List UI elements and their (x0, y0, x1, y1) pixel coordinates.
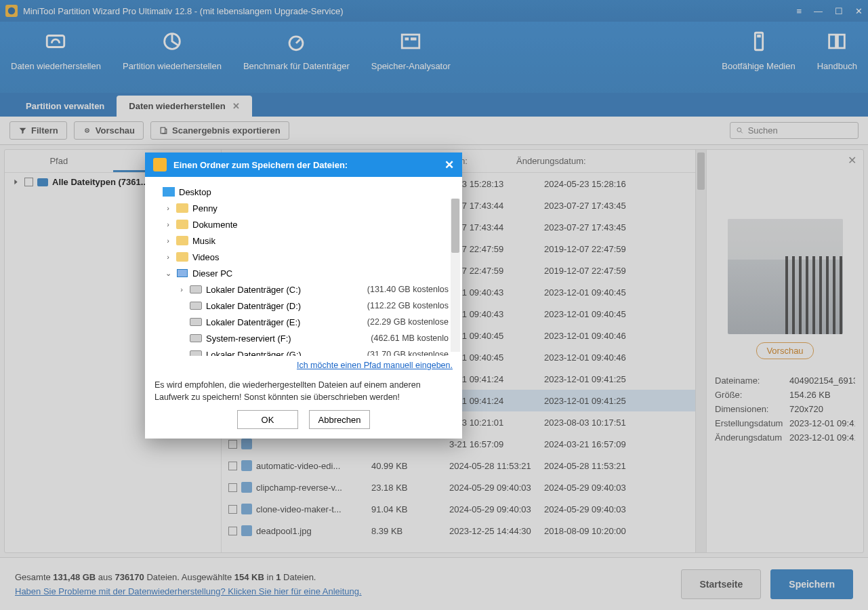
save-folder-dialog: Einen Ordner zum Speichern der Dateien: … (145, 152, 462, 439)
manual-path-link[interactable]: Ich möchte einen Pfad manuell eingeben. (297, 361, 453, 370)
tree-node[interactable]: Lokaler Datenträger (E:)(22.29 GB kosten… (145, 314, 462, 330)
tree-node[interactable]: ⌄Dieser PC (145, 265, 462, 281)
dialog-warning: Es wird empfohlen, die wiederhergestellt… (145, 377, 462, 410)
tree-node-label: Lokaler Datenträger (D:) (206, 301, 363, 311)
folder-tree: Desktop›Penny›Dokumente›Musik›Videos⌄Die… (145, 181, 462, 356)
tree-node-label: Musik (192, 236, 462, 246)
expand-icon[interactable]: › (164, 253, 172, 261)
expand-icon[interactable]: › (164, 220, 172, 228)
tree-node[interactable]: System-reserviert (F:)(462.61 MB kostenl… (145, 330, 462, 346)
tree-node-label: Dieser PC (192, 268, 462, 279)
dialog-logo (153, 158, 167, 171)
tree-node-label: Penny (192, 203, 462, 214)
tree-node-label: Lokaler Datenträger (C:) (206, 285, 363, 295)
tree-node[interactable]: ›Videos (145, 249, 462, 265)
tree-node[interactable]: ›Lokaler Datenträger (C:)(131.40 GB kost… (145, 281, 462, 298)
video-icon (176, 251, 188, 262)
user-icon (176, 203, 188, 214)
desk-icon (163, 186, 175, 197)
drv-icon (190, 284, 202, 295)
tree-scrollbar[interactable] (451, 199, 460, 352)
pc-icon (176, 268, 188, 279)
tree-node[interactable]: ›Penny (145, 200, 462, 216)
dialog-titlebar: Einen Ordner zum Speichern der Dateien: … (145, 152, 462, 177)
tree-node-label: Lokaler Datenträger (E:) (206, 317, 363, 327)
tree-node-free: (462.61 MB kostenlo (371, 333, 462, 343)
tree-node-label: Dokumente (192, 220, 462, 230)
tree-node-free: (131.40 GB kostenlos (367, 285, 462, 294)
drv-icon (190, 333, 202, 344)
doc-icon (176, 219, 188, 230)
tree-node[interactable]: ›Musik (145, 232, 462, 249)
tree-node-label: Videos (192, 252, 462, 262)
tree-node-free: (31.70 GB kostenlose (367, 350, 462, 356)
music-icon (176, 235, 188, 246)
drv-icon (190, 300, 202, 311)
tree-node[interactable]: ›Dokumente (145, 216, 462, 232)
dialog-close-icon[interactable]: ✕ (445, 158, 454, 172)
drv-icon (190, 349, 202, 356)
tree-node-label: System-reserviert (F:) (206, 333, 367, 344)
tree-node-label: Desktop (179, 187, 462, 197)
tree-node-label: Lokaler Datenträger (G:) (206, 350, 363, 357)
expand-icon[interactable]: › (178, 285, 186, 293)
expand-icon[interactable]: › (164, 237, 172, 245)
ok-button[interactable]: OK (237, 410, 298, 429)
tree-scrollbar-thumb[interactable] (451, 199, 459, 253)
expand-icon[interactable]: › (164, 204, 172, 212)
cancel-button[interactable]: Abbrechen (309, 410, 370, 429)
tree-node[interactable]: Desktop (145, 184, 462, 200)
dialog-title: Einen Ordner zum Speichern der Dateien: (173, 160, 348, 170)
tree-node-free: (22.29 GB kostenlose (367, 317, 462, 327)
expand-icon[interactable]: ⌄ (164, 269, 172, 278)
drv-icon (190, 317, 202, 327)
tree-node[interactable]: Lokaler Datenträger (G:)(31.70 GB kosten… (145, 346, 462, 356)
tree-node[interactable]: Lokaler Datenträger (D:)(112.22 GB koste… (145, 298, 462, 314)
tree-node-free: (112.22 GB kostenlos (367, 301, 462, 310)
